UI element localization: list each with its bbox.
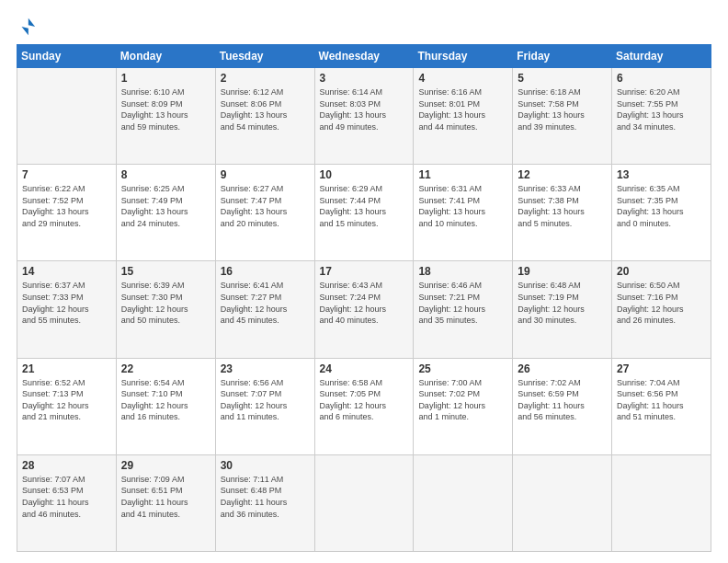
- day-info: Sunrise: 6:37 AM Sunset: 7:33 PM Dayligh…: [22, 280, 111, 326]
- day-info: Sunrise: 6:12 AM Sunset: 8:06 PM Dayligh…: [221, 86, 310, 132]
- day-info: Sunrise: 7:04 AM Sunset: 6:56 PM Dayligh…: [617, 377, 706, 423]
- calendar-cell: 23Sunrise: 6:56 AM Sunset: 7:07 PM Dayli…: [215, 358, 314, 454]
- day-info: Sunrise: 6:48 AM Sunset: 7:19 PM Dayligh…: [518, 280, 607, 326]
- weekday-header-row: SundayMondayTuesdayWednesdayThursdayFrid…: [17, 45, 711, 68]
- day-number: 26: [518, 362, 607, 375]
- weekday-header-monday: Monday: [116, 45, 215, 68]
- weekday-header-saturday: Saturday: [612, 45, 711, 68]
- calendar-cell: 6Sunrise: 6:20 AM Sunset: 7:55 PM Daylig…: [612, 68, 711, 165]
- calendar-cell: 3Sunrise: 6:14 AM Sunset: 8:03 PM Daylig…: [314, 68, 414, 165]
- calendar-cell: 15Sunrise: 6:39 AM Sunset: 7:30 PM Dayli…: [116, 261, 215, 358]
- day-info: Sunrise: 7:00 AM Sunset: 7:02 PM Dayligh…: [418, 377, 507, 423]
- day-number: 27: [617, 362, 706, 375]
- day-info: Sunrise: 6:18 AM Sunset: 7:58 PM Dayligh…: [518, 86, 607, 132]
- day-info: Sunrise: 6:39 AM Sunset: 7:30 PM Dayligh…: [121, 280, 210, 326]
- calendar-cell: [17, 68, 117, 165]
- day-info: Sunrise: 6:16 AM Sunset: 8:01 PM Dayligh…: [418, 86, 507, 132]
- day-info: Sunrise: 6:25 AM Sunset: 7:49 PM Dayligh…: [121, 183, 210, 229]
- day-info: Sunrise: 6:46 AM Sunset: 7:21 PM Dayligh…: [418, 280, 507, 326]
- day-info: Sunrise: 6:52 AM Sunset: 7:13 PM Dayligh…: [22, 377, 111, 423]
- calendar-cell: 2Sunrise: 6:12 AM Sunset: 8:06 PM Daylig…: [215, 68, 314, 165]
- calendar-cell: [513, 454, 612, 551]
- day-number: 17: [320, 265, 409, 278]
- day-info: Sunrise: 7:11 AM Sunset: 6:48 PM Dayligh…: [221, 474, 310, 520]
- day-number: 24: [320, 362, 409, 375]
- day-number: 3: [320, 72, 409, 85]
- weekday-header-sunday: Sunday: [17, 45, 117, 68]
- calendar-cell: 14Sunrise: 6:37 AM Sunset: 7:33 PM Dayli…: [17, 261, 117, 358]
- weekday-header-wednesday: Wednesday: [314, 45, 414, 68]
- day-info: Sunrise: 7:02 AM Sunset: 6:59 PM Dayligh…: [518, 377, 607, 423]
- day-number: 19: [518, 265, 607, 278]
- calendar-cell: 12Sunrise: 6:33 AM Sunset: 7:38 PM Dayli…: [513, 165, 612, 261]
- day-number: 23: [221, 362, 310, 375]
- calendar-cell: 27Sunrise: 7:04 AM Sunset: 6:56 PM Dayli…: [612, 358, 711, 454]
- day-info: Sunrise: 6:27 AM Sunset: 7:47 PM Dayligh…: [221, 183, 310, 229]
- day-number: 30: [221, 459, 310, 472]
- calendar-row-1: 1Sunrise: 6:10 AM Sunset: 8:09 PM Daylig…: [17, 68, 711, 165]
- day-number: 15: [121, 265, 210, 278]
- day-number: 25: [418, 362, 507, 375]
- day-number: 10: [320, 168, 409, 181]
- day-info: Sunrise: 6:56 AM Sunset: 7:07 PM Dayligh…: [221, 377, 310, 423]
- day-number: 22: [121, 362, 210, 375]
- day-info: Sunrise: 6:41 AM Sunset: 7:27 PM Dayligh…: [221, 280, 310, 326]
- weekday-header-friday: Friday: [513, 45, 612, 68]
- day-number: 5: [518, 72, 607, 85]
- calendar-cell: 26Sunrise: 7:02 AM Sunset: 6:59 PM Dayli…: [513, 358, 612, 454]
- calendar-row-2: 7Sunrise: 6:22 AM Sunset: 7:52 PM Daylig…: [17, 165, 711, 261]
- calendar-cell: 28Sunrise: 7:07 AM Sunset: 6:53 PM Dayli…: [17, 454, 117, 551]
- weekday-header-thursday: Thursday: [414, 45, 513, 68]
- calendar-cell: 24Sunrise: 6:58 AM Sunset: 7:05 PM Dayli…: [314, 358, 414, 454]
- day-info: Sunrise: 6:31 AM Sunset: 7:41 PM Dayligh…: [418, 183, 507, 229]
- calendar-cell: 9Sunrise: 6:27 AM Sunset: 7:47 PM Daylig…: [215, 165, 314, 261]
- day-number: 4: [418, 72, 507, 85]
- svg-marker-0: [22, 18, 36, 35]
- logo-icon: [17, 17, 37, 37]
- day-info: Sunrise: 6:29 AM Sunset: 7:44 PM Dayligh…: [320, 183, 409, 229]
- page: SundayMondayTuesdayWednesdayThursdayFrid…: [0, 0, 728, 563]
- day-number: 12: [518, 168, 607, 181]
- day-number: 21: [22, 362, 111, 375]
- day-info: Sunrise: 7:07 AM Sunset: 6:53 PM Dayligh…: [22, 474, 111, 520]
- calendar-cell: 8Sunrise: 6:25 AM Sunset: 7:49 PM Daylig…: [116, 165, 215, 261]
- calendar-cell: 13Sunrise: 6:35 AM Sunset: 7:35 PM Dayli…: [612, 165, 711, 261]
- calendar-row-3: 14Sunrise: 6:37 AM Sunset: 7:33 PM Dayli…: [17, 261, 711, 358]
- calendar-table: SundayMondayTuesdayWednesdayThursdayFrid…: [17, 44, 711, 552]
- day-number: 8: [121, 168, 210, 181]
- calendar-cell: 7Sunrise: 6:22 AM Sunset: 7:52 PM Daylig…: [17, 165, 117, 261]
- day-info: Sunrise: 6:33 AM Sunset: 7:38 PM Dayligh…: [518, 183, 607, 229]
- day-number: 29: [121, 459, 210, 472]
- calendar-row-5: 28Sunrise: 7:07 AM Sunset: 6:53 PM Dayli…: [17, 454, 711, 551]
- calendar-cell: 21Sunrise: 6:52 AM Sunset: 7:13 PM Dayli…: [17, 358, 117, 454]
- day-number: 18: [418, 265, 507, 278]
- day-info: Sunrise: 6:10 AM Sunset: 8:09 PM Dayligh…: [121, 86, 210, 132]
- calendar-cell: 5Sunrise: 6:18 AM Sunset: 7:58 PM Daylig…: [513, 68, 612, 165]
- day-info: Sunrise: 6:43 AM Sunset: 7:24 PM Dayligh…: [320, 280, 409, 326]
- day-number: 14: [22, 265, 111, 278]
- day-info: Sunrise: 6:35 AM Sunset: 7:35 PM Dayligh…: [617, 183, 706, 229]
- calendar-cell: 30Sunrise: 7:11 AM Sunset: 6:48 PM Dayli…: [215, 454, 314, 551]
- calendar-cell: 18Sunrise: 6:46 AM Sunset: 7:21 PM Dayli…: [414, 261, 513, 358]
- calendar-cell: 11Sunrise: 6:31 AM Sunset: 7:41 PM Dayli…: [414, 165, 513, 261]
- calendar-cell: [414, 454, 513, 551]
- day-number: 20: [617, 265, 706, 278]
- day-number: 7: [22, 168, 111, 181]
- calendar-cell: 16Sunrise: 6:41 AM Sunset: 7:27 PM Dayli…: [215, 261, 314, 358]
- header: [17, 17, 711, 37]
- day-number: 13: [617, 168, 706, 181]
- calendar-cell: 4Sunrise: 6:16 AM Sunset: 8:01 PM Daylig…: [414, 68, 513, 165]
- day-number: 2: [221, 72, 310, 85]
- day-info: Sunrise: 6:14 AM Sunset: 8:03 PM Dayligh…: [320, 86, 409, 132]
- day-info: Sunrise: 6:50 AM Sunset: 7:16 PM Dayligh…: [617, 280, 706, 326]
- day-info: Sunrise: 6:20 AM Sunset: 7:55 PM Dayligh…: [617, 86, 706, 132]
- calendar-cell: 1Sunrise: 6:10 AM Sunset: 8:09 PM Daylig…: [116, 68, 215, 165]
- weekday-header-tuesday: Tuesday: [215, 45, 314, 68]
- day-number: 1: [121, 72, 210, 85]
- calendar-cell: 25Sunrise: 7:00 AM Sunset: 7:02 PM Dayli…: [414, 358, 513, 454]
- day-number: 6: [617, 72, 706, 85]
- day-number: 9: [221, 168, 310, 181]
- calendar-cell: 22Sunrise: 6:54 AM Sunset: 7:10 PM Dayli…: [116, 358, 215, 454]
- day-info: Sunrise: 6:22 AM Sunset: 7:52 PM Dayligh…: [22, 183, 111, 229]
- day-number: 28: [22, 459, 111, 472]
